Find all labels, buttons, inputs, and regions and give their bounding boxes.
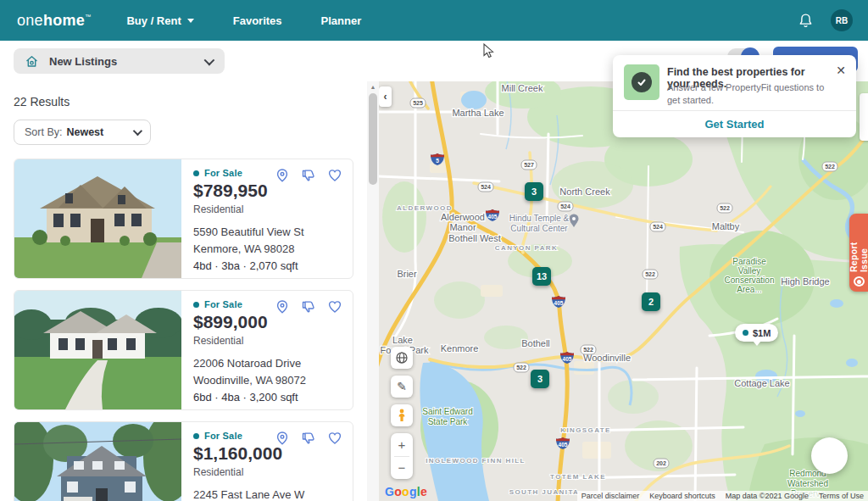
zoom-out-button[interactable]: − — [391, 457, 413, 480]
pencil-icon: ✎ — [397, 380, 407, 393]
scrollbar-thumb[interactable] — [369, 93, 377, 185]
globe-layers-button[interactable] — [391, 347, 413, 369]
nav-planner[interactable]: Planner — [321, 14, 362, 27]
nav-buy-rent-label: Buy / Rent — [126, 14, 181, 27]
map-label: Mill Creek — [502, 83, 543, 93]
thumbs-down-icon[interactable] — [301, 168, 316, 183]
house-icon — [25, 54, 39, 69]
heart-icon[interactable] — [327, 299, 342, 315]
collapse-panel-button[interactable]: ‹ — [379, 86, 392, 107]
map-label: Valley — [738, 266, 761, 276]
results-scrollbar[interactable]: ▲ — [367, 81, 379, 501]
map-pin-icon[interactable] — [275, 168, 290, 183]
map-label: Bothell West — [448, 233, 501, 243]
propertyfit-check-icon — [624, 64, 659, 100]
route-shield: 522 — [516, 365, 526, 370]
nav-favorites[interactable]: Favorites — [233, 14, 282, 27]
sort-dropdown[interactable]: Sort By: Newest — [14, 120, 151, 145]
map-label: Brier — [397, 269, 417, 279]
map-label: SOUTH JUANITA — [509, 488, 580, 496]
map-label: Cottage Lake — [734, 378, 789, 388]
thumbs-down-icon[interactable] — [301, 299, 316, 315]
interstate-shield: 405 — [563, 356, 572, 362]
route-shield: 525 — [413, 100, 423, 106]
route-shield: 522 — [645, 271, 655, 277]
listing-address: 5590 Beautiful View St Kenmore, WA 98028… — [193, 224, 342, 275]
interstate-shield: 405 — [554, 300, 564, 306]
listing-info: For Sale $899,000 Residential 22006 Nota… — [181, 291, 353, 409]
listing-type: Residential — [193, 203, 342, 215]
listing-price: $899,000 — [193, 312, 342, 332]
notification-bell-icon[interactable] — [798, 13, 814, 29]
city-line: Woodinville, WA 98072 — [193, 372, 342, 389]
heart-icon[interactable] — [327, 168, 342, 183]
map-container[interactable]: Mill Creek Martha Lake North Creek ALDER… — [379, 81, 868, 501]
map-label: TOTEM LAKE — [550, 473, 606, 481]
nav-buy-rent[interactable]: Buy / Rent — [126, 14, 193, 27]
draw-pencil-button[interactable]: ✎ — [391, 376, 413, 398]
status-dot — [193, 302, 199, 308]
listing-photo — [14, 291, 181, 409]
map-cluster-marker[interactable]: 13 — [532, 267, 551, 286]
route-shield: 522 — [825, 164, 835, 170]
map-label: Lake — [392, 335, 413, 345]
google-map[interactable]: Mill Creek Martha Lake North Creek ALDER… — [379, 81, 868, 501]
listing-actions — [275, 299, 342, 315]
map-label: Area... — [737, 285, 761, 294]
map-label: Martha Lake — [452, 108, 504, 118]
google-letter: g — [409, 485, 417, 498]
address-line: 2245 Fast Lane Ave W — [193, 487, 342, 501]
google-letter: e — [420, 485, 427, 498]
listing-photo — [14, 159, 181, 278]
listing-address: 22006 Notaroad Drive Woodinville, WA 980… — [193, 355, 342, 406]
map-label: Saint Edward — [422, 407, 472, 416]
listing-card[interactable]: For Sale $1,160,000 Residential 2245 Fas… — [14, 421, 353, 501]
price-marker-label: $1M — [753, 328, 771, 338]
parcel-disclaimer-link[interactable]: Parcel disclaimer — [581, 492, 640, 500]
user-avatar[interactable]: RB — [831, 9, 853, 31]
listing-price: $1,160,000 — [193, 443, 342, 464]
logo-text-home: home — [43, 12, 85, 30]
heart-icon[interactable] — [327, 431, 342, 446]
street-view-pegman-button[interactable] — [391, 404, 413, 426]
map-label: INGLEWOOD FINN HILL — [426, 457, 526, 465]
listing-type: Residential — [193, 466, 342, 478]
thumbs-down-icon[interactable] — [301, 431, 316, 446]
map-cluster-marker[interactable]: 2 — [642, 292, 660, 311]
logo-trademark: ™ — [85, 14, 91, 19]
terms-of-use-link[interactable]: Terms of Use — [819, 492, 864, 500]
route-shield: 522 — [583, 347, 593, 353]
listing-address: 2245 Fast Lane Ave W Kenmore, WA 98028 4… — [193, 487, 342, 501]
main-nav: Buy / Rent Favorites Planner — [126, 14, 361, 27]
route-shield: 522 — [720, 205, 730, 211]
topbar-right: RB — [798, 9, 853, 31]
map-cluster-marker[interactable]: 3 — [525, 182, 543, 201]
get-started-link[interactable]: Get Started — [613, 110, 856, 137]
keyboard-shortcuts-link[interactable]: Keyboard shortcuts — [649, 492, 715, 500]
zoom-in-button[interactable]: + — [391, 433, 413, 456]
popup-subtitle: Answer a few PropertyFit questions to ge… — [667, 81, 832, 107]
onehome-logo[interactable]: onehome™ — [17, 12, 91, 30]
map-label: CANYON PARK — [495, 244, 558, 252]
chevron-down-icon — [204, 54, 215, 65]
interstate-shield: 405 — [488, 214, 498, 220]
map-cluster-marker[interactable]: 3 — [531, 370, 549, 388]
price-marker[interactable]: $1M — [735, 324, 778, 342]
report-issue-button[interactable]: Report Issue — [849, 214, 868, 292]
listing-info: For Sale $789,950 Residential 5590 Beaut… — [181, 159, 353, 278]
new-listings-filter-chip[interactable]: New Listings — [14, 48, 225, 74]
listing-card[interactable]: For Sale $789,950 Residential 5590 Beaut… — [14, 159, 353, 279]
close-icon[interactable]: ✕ — [836, 64, 846, 77]
scroll-up-arrow-icon[interactable]: ▲ — [367, 81, 379, 92]
status-dot — [193, 170, 199, 176]
address-line: 5590 Beautiful View St — [193, 224, 342, 241]
logo-text-one: one — [17, 12, 43, 30]
city-line: Kenmore, WA 98028 — [193, 241, 342, 258]
status-label: For Sale — [204, 299, 242, 309]
map-label: Manor — [449, 222, 476, 232]
map-pin-icon[interactable] — [275, 299, 290, 315]
map-pin-icon[interactable] — [275, 431, 290, 446]
listing-card[interactable]: For Sale $899,000 Residential 22006 Nota… — [14, 290, 353, 410]
chat-widget-button[interactable] — [811, 437, 848, 474]
route-shield: 202 — [656, 460, 666, 466]
